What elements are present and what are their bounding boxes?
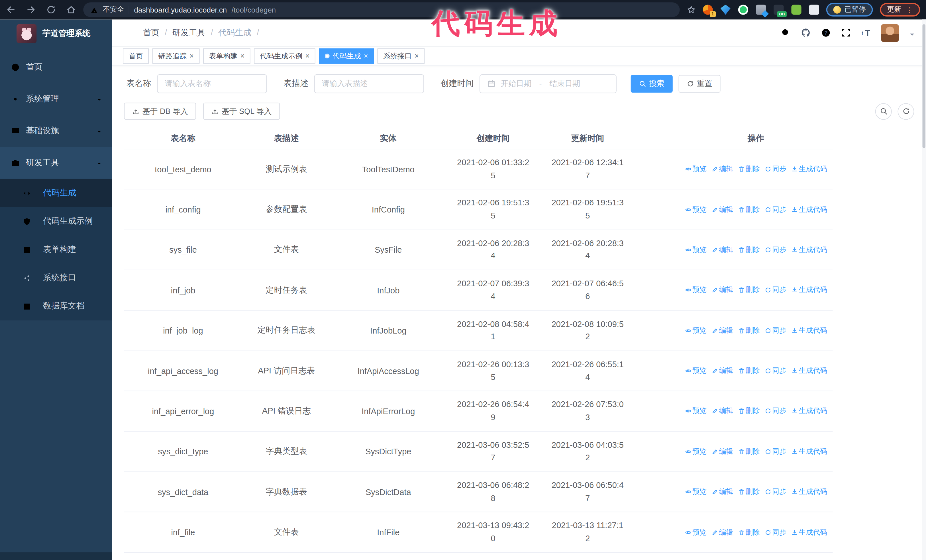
action-preview[interactable]: 预览 bbox=[685, 164, 707, 174]
close-icon[interactable]: × bbox=[241, 53, 245, 60]
action-generate-code[interactable]: 生成代码 bbox=[791, 326, 827, 335]
action-sync[interactable]: 同步 bbox=[764, 366, 787, 376]
action-generate-code[interactable]: 生成代码 bbox=[791, 487, 827, 497]
action-generate-code[interactable]: 生成代码 bbox=[791, 245, 827, 255]
fullscreen-icon[interactable] bbox=[841, 28, 851, 38]
avatar[interactable] bbox=[881, 24, 899, 42]
breadcrumb-item-0[interactable]: 首页 bbox=[143, 27, 167, 38]
action-generate-code[interactable]: 生成代码 bbox=[791, 406, 827, 416]
action-sync[interactable]: 同步 bbox=[764, 205, 787, 214]
font-size-icon[interactable]: tT bbox=[861, 28, 871, 38]
action-sync[interactable]: 同步 bbox=[764, 406, 787, 416]
action-edit[interactable]: 编辑 bbox=[711, 487, 733, 497]
bookmark-star-icon[interactable] bbox=[687, 5, 696, 14]
address-bar[interactable]: 不安全 dashboard.yudao.iocoder.cn /tool/cod… bbox=[83, 2, 679, 17]
action-delete[interactable]: 删除 bbox=[738, 406, 760, 416]
action-delete[interactable]: 删除 bbox=[738, 487, 760, 497]
action-preview[interactable]: 预览 bbox=[685, 527, 707, 537]
action-edit[interactable]: 编辑 bbox=[711, 527, 733, 537]
search-icon[interactable] bbox=[781, 28, 791, 38]
submenu-item-3[interactable]: 系统接口 bbox=[0, 264, 112, 292]
tab-3[interactable]: 代码生成示例 × bbox=[254, 48, 315, 64]
import-sql-button[interactable]: 基于 SQL 导入 bbox=[203, 103, 280, 120]
action-preview[interactable]: 预览 bbox=[685, 406, 707, 416]
extension-dark-icon[interactable]: on bbox=[773, 5, 784, 15]
forward-icon[interactable] bbox=[26, 5, 36, 15]
action-sync[interactable]: 同步 bbox=[764, 326, 787, 335]
sidebar-fold-icon[interactable] bbox=[123, 27, 133, 38]
submenu-item-4[interactable]: 数据库文档 bbox=[0, 292, 112, 320]
submenu-item-0[interactable]: 代码生成 bbox=[0, 179, 112, 207]
refresh-table-button[interactable] bbox=[898, 103, 914, 120]
action-edit[interactable]: 编辑 bbox=[711, 406, 733, 416]
extensions-puzzle-icon[interactable] bbox=[809, 5, 819, 15]
action-preview[interactable]: 预览 bbox=[685, 285, 707, 295]
close-icon[interactable]: × bbox=[364, 53, 368, 60]
action-edit[interactable]: 编辑 bbox=[711, 447, 733, 457]
extension-orange-icon[interactable]: 1 bbox=[703, 5, 713, 15]
close-icon[interactable]: × bbox=[306, 53, 310, 60]
action-preview[interactable]: 预览 bbox=[685, 447, 707, 457]
action-generate-code[interactable]: 生成代码 bbox=[791, 366, 827, 376]
paused-badge[interactable]: 已暂停 bbox=[826, 3, 873, 17]
close-icon[interactable]: × bbox=[189, 53, 194, 60]
tab-1[interactable]: 链路追踪 × bbox=[153, 48, 200, 64]
sidebar-item-1[interactable]: 系统管理 bbox=[0, 83, 112, 115]
reset-button[interactable]: 重置 bbox=[679, 75, 720, 92]
action-delete[interactable]: 删除 bbox=[738, 245, 760, 255]
scrollbar-track[interactable] bbox=[922, 20, 926, 560]
action-delete[interactable]: 删除 bbox=[738, 205, 760, 214]
tab-2[interactable]: 表单构建 × bbox=[203, 48, 250, 64]
action-preview[interactable]: 预览 bbox=[685, 487, 707, 497]
extension-android-icon[interactable] bbox=[791, 5, 801, 15]
action-edit[interactable]: 编辑 bbox=[711, 326, 733, 335]
github-icon[interactable] bbox=[801, 28, 811, 38]
action-sync[interactable]: 同步 bbox=[764, 447, 787, 457]
action-delete[interactable]: 删除 bbox=[738, 164, 760, 174]
sidebar-item-3[interactable]: 研发工具 bbox=[0, 147, 112, 179]
help-icon[interactable]: ? bbox=[821, 28, 831, 38]
action-generate-code[interactable]: 生成代码 bbox=[791, 164, 827, 174]
reload-icon[interactable] bbox=[46, 5, 56, 15]
action-delete[interactable]: 删除 bbox=[738, 527, 760, 537]
browser-menu-icon[interactable]: ⋮ bbox=[906, 6, 913, 14]
sidebar-item-0[interactable]: 首页 bbox=[0, 51, 112, 83]
scrollbar-thumb[interactable] bbox=[923, 24, 925, 148]
toggle-search-button[interactable] bbox=[875, 103, 892, 120]
action-generate-code[interactable]: 生成代码 bbox=[791, 285, 827, 295]
tab-4[interactable]: 代码生成 × bbox=[319, 48, 374, 64]
extension-gem-icon[interactable] bbox=[720, 5, 731, 15]
back-icon[interactable] bbox=[6, 5, 16, 15]
submenu-item-2[interactable]: 表单构建 bbox=[0, 235, 112, 264]
action-edit[interactable]: 编辑 bbox=[711, 164, 733, 174]
action-sync[interactable]: 同步 bbox=[764, 487, 787, 497]
action-delete[interactable]: 删除 bbox=[738, 326, 760, 335]
close-icon[interactable]: × bbox=[415, 53, 419, 60]
action-generate-code[interactable]: 生成代码 bbox=[791, 447, 827, 457]
action-sync[interactable]: 同步 bbox=[764, 245, 787, 255]
search-button[interactable]: 搜索 bbox=[631, 75, 673, 92]
action-edit[interactable]: 编辑 bbox=[711, 205, 733, 214]
action-preview[interactable]: 预览 bbox=[685, 366, 707, 376]
import-db-button[interactable]: 基于 DB 导入 bbox=[124, 103, 196, 120]
sidebar-item-2[interactable]: 基础设施 bbox=[0, 115, 112, 147]
action-preview[interactable]: 预览 bbox=[685, 205, 707, 214]
action-generate-code[interactable]: 生成代码 bbox=[791, 205, 827, 214]
tab-5[interactable]: 系统接口 × bbox=[378, 48, 425, 64]
home-icon[interactable] bbox=[66, 5, 76, 15]
action-delete[interactable]: 删除 bbox=[738, 285, 760, 295]
action-sync[interactable]: 同步 bbox=[764, 164, 787, 174]
action-edit[interactable]: 编辑 bbox=[711, 245, 733, 255]
action-delete[interactable]: 删除 bbox=[738, 447, 760, 457]
date-range-picker[interactable]: 开始日期 - 结束日期 bbox=[480, 74, 617, 93]
breadcrumb-item-1[interactable]: 研发工具 bbox=[172, 27, 213, 38]
action-sync[interactable]: 同步 bbox=[764, 527, 787, 537]
action-preview[interactable]: 预览 bbox=[685, 245, 707, 255]
tab-0[interactable]: 首页 bbox=[123, 48, 149, 64]
extension-check-icon[interactable] bbox=[738, 5, 748, 15]
app-logo-row[interactable]: 芋道管理系统 bbox=[0, 20, 112, 48]
extension-grid-icon[interactable] bbox=[756, 5, 766, 15]
action-sync[interactable]: 同步 bbox=[764, 285, 787, 295]
action-preview[interactable]: 预览 bbox=[685, 326, 707, 335]
breadcrumb-item-2[interactable]: 代码生成 bbox=[218, 27, 259, 38]
